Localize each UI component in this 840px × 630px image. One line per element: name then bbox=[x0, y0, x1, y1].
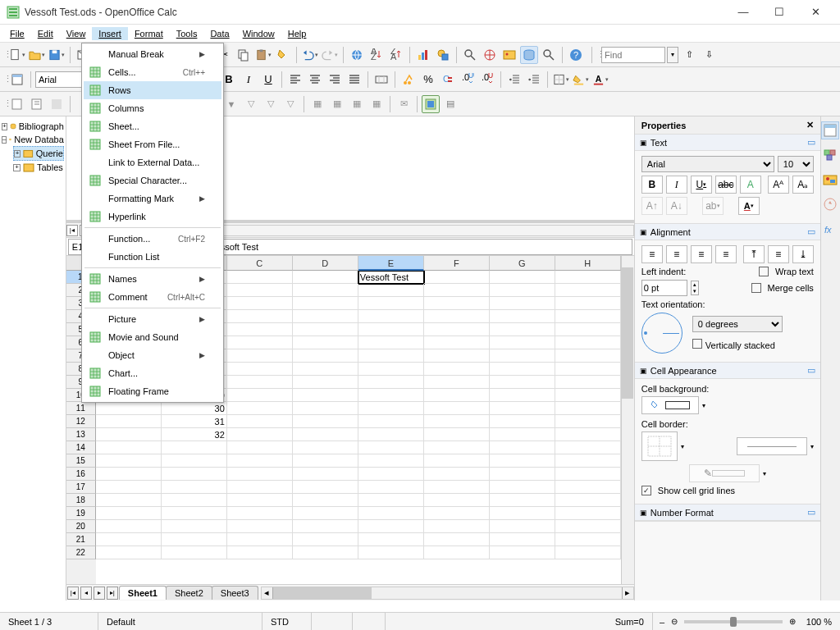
cell-C3[interactable] bbox=[227, 297, 293, 310]
cell-E5[interactable] bbox=[358, 323, 424, 336]
hyperlink-icon[interactable] bbox=[348, 46, 366, 64]
menu-file[interactable]: File bbox=[3, 27, 31, 40]
col-header-G[interactable]: G bbox=[490, 256, 555, 271]
cell-G7[interactable] bbox=[490, 349, 555, 363]
db-save-icon[interactable] bbox=[48, 95, 66, 113]
cell-A22[interactable] bbox=[96, 546, 162, 559]
percent-button[interactable]: % bbox=[419, 71, 437, 89]
rec-first[interactable]: |◂ bbox=[66, 225, 78, 236]
cell-B15[interactable] bbox=[162, 454, 227, 468]
cell-C5[interactable] bbox=[227, 323, 293, 336]
menu-item-floating-frame[interactable]: Floating Frame bbox=[84, 382, 221, 400]
menu-tools[interactable]: Tools bbox=[170, 27, 204, 40]
cell-E11[interactable] bbox=[358, 402, 424, 415]
cell-G1[interactable] bbox=[490, 271, 555, 284]
cell-B19[interactable] bbox=[162, 507, 227, 520]
cell-C4[interactable] bbox=[227, 310, 293, 323]
cell-F8[interactable] bbox=[424, 363, 490, 376]
navigator-button[interactable] bbox=[481, 46, 499, 64]
tab-prev[interactable]: ◂ bbox=[80, 587, 92, 600]
cell-D14[interactable] bbox=[293, 441, 358, 454]
align-center-button[interactable] bbox=[306, 71, 324, 89]
cell-A17[interactable] bbox=[96, 481, 162, 494]
cell-F12[interactable] bbox=[424, 415, 490, 428]
cell-D9[interactable] bbox=[293, 376, 358, 389]
more-icon[interactable]: ▭ bbox=[807, 137, 815, 148]
cell-A15[interactable] bbox=[96, 454, 162, 468]
underline-button[interactable]: U bbox=[259, 71, 277, 89]
row-header-22[interactable]: 22 bbox=[66, 546, 96, 559]
cell-H16[interactable] bbox=[555, 468, 621, 481]
db-col3[interactable]: ▦ bbox=[348, 95, 366, 113]
tab-last[interactable]: ▸| bbox=[107, 587, 118, 600]
cell-G13[interactable] bbox=[490, 428, 555, 441]
menu-item-object[interactable]: Object▶ bbox=[84, 346, 221, 364]
cell-G11[interactable] bbox=[490, 402, 555, 415]
italic-button[interactable]: I bbox=[240, 71, 258, 89]
sort-asc-button[interactable]: AZ bbox=[368, 46, 386, 64]
row-header-15[interactable]: 15 bbox=[66, 454, 96, 468]
find-next-button[interactable]: ⇩ bbox=[700, 46, 718, 64]
cell-E19[interactable] bbox=[358, 507, 424, 520]
dec-indent-button[interactable] bbox=[505, 71, 523, 89]
db-datasource[interactable] bbox=[422, 95, 440, 113]
inc-indent-button[interactable] bbox=[525, 71, 543, 89]
cell-A19[interactable] bbox=[96, 507, 162, 520]
cell-F1[interactable] bbox=[424, 271, 490, 284]
cell-D18[interactable] bbox=[293, 494, 358, 507]
chk-vstack[interactable] bbox=[692, 339, 702, 349]
number-fmt-button[interactable]: C bbox=[439, 71, 457, 89]
cell-G12[interactable] bbox=[490, 415, 555, 428]
borders-button[interactable]: ▾ bbox=[552, 71, 570, 89]
deck-styles-icon[interactable] bbox=[821, 146, 839, 164]
col-header-C[interactable]: C bbox=[227, 256, 293, 271]
cell-G10[interactable] bbox=[490, 389, 555, 402]
cell-E12[interactable] bbox=[358, 415, 424, 428]
new-doc-button[interactable]: ▾ bbox=[8, 46, 26, 64]
cell-A18[interactable] bbox=[96, 494, 162, 507]
prop-align-j[interactable]: ≡ bbox=[715, 245, 737, 263]
cell-G15[interactable] bbox=[490, 454, 555, 468]
props-appear-header[interactable]: ▣Cell Appearance▭ bbox=[635, 363, 820, 379]
menu-item-movie-and-sound[interactable]: Movie and Sound bbox=[84, 328, 221, 346]
cell-E22[interactable] bbox=[358, 546, 424, 559]
tree-biblio[interactable]: + Bibliograph bbox=[2, 120, 64, 133]
tree-tables[interactable]: + Tables bbox=[13, 161, 64, 174]
cell-F2[interactable] bbox=[424, 284, 490, 297]
cell-D10[interactable] bbox=[293, 389, 358, 402]
db-sort2[interactable]: ▼ bbox=[222, 95, 240, 113]
cell-D8[interactable] bbox=[293, 363, 358, 376]
cell-F9[interactable] bbox=[424, 376, 490, 389]
cell-E8[interactable] bbox=[358, 363, 424, 376]
maximize-button[interactable]: ☐ bbox=[761, 1, 797, 24]
row-header-11[interactable]: 11 bbox=[66, 402, 96, 415]
row-header-12[interactable]: 12 bbox=[66, 415, 96, 428]
row-header-14[interactable]: 14 bbox=[66, 441, 96, 454]
menu-item-function-[interactable]: Function...Ctrl+F2 bbox=[84, 230, 221, 248]
cell-H18[interactable] bbox=[555, 494, 621, 507]
cell-E2[interactable] bbox=[358, 284, 424, 297]
cell-E10[interactable] bbox=[358, 389, 424, 402]
cell-D6[interactable] bbox=[293, 336, 358, 349]
status-style[interactable]: Default bbox=[98, 613, 262, 630]
cell-D11[interactable] bbox=[293, 402, 358, 415]
cell-F4[interactable] bbox=[424, 310, 490, 323]
cell-D7[interactable] bbox=[293, 349, 358, 363]
cell-C2[interactable] bbox=[227, 284, 293, 297]
cell-G14[interactable] bbox=[490, 441, 555, 454]
prop-valign-b[interactable]: ⤓ bbox=[792, 245, 814, 263]
cell-C19[interactable] bbox=[227, 507, 293, 520]
prop-border-color[interactable]: ✎ bbox=[689, 464, 760, 482]
menu-item-names[interactable]: Names▶ bbox=[84, 270, 221, 288]
cell-A21[interactable] bbox=[96, 533, 162, 546]
bgcolor-button[interactable]: ▾ bbox=[572, 71, 590, 89]
cell-G22[interactable] bbox=[490, 546, 555, 559]
prop-valign-t[interactable]: ⤒ bbox=[743, 245, 765, 263]
align-justify-button[interactable] bbox=[345, 71, 363, 89]
props-align-header[interactable]: ▣Alignment▭ bbox=[635, 224, 820, 240]
cell-H1[interactable] bbox=[555, 271, 621, 284]
cell-H11[interactable] bbox=[555, 402, 621, 415]
cell-C15[interactable] bbox=[227, 454, 293, 468]
cell-D15[interactable] bbox=[293, 454, 358, 468]
prop-align-l[interactable]: ≡ bbox=[641, 245, 663, 263]
